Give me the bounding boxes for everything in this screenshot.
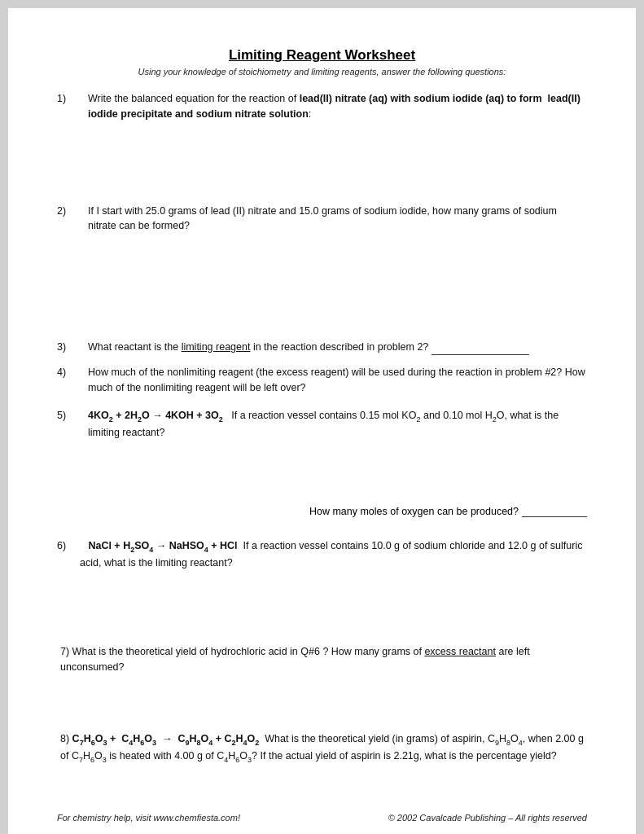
question-5: 5) 4KO2 + 2H2O → 4KOH + 3O2 If a reactio…	[57, 408, 587, 441]
q2-body: If I start with 25.0 grams of lead (II) …	[88, 204, 587, 235]
question-3: 3) What reactant is the limiting reagent…	[57, 340, 587, 355]
question-4: 4) How much of the nonlimiting reagent (…	[57, 365, 587, 396]
q3-blank	[432, 354, 529, 355]
question-7: 7) What is the theoretical yield of hydr…	[57, 644, 587, 675]
q1-body: Write the balanced equation for the reac…	[88, 91, 587, 122]
q6-equation: NaCl + H2SO4 → NaHSO4 + HCl	[88, 540, 237, 551]
question-6: 6) NaCl + H2SO4 → NaHSO4 + HCl If a reac…	[57, 538, 587, 571]
q3-underline: limiting reagent	[182, 341, 251, 353]
q7-body: 7) What is the theoretical yield of hydr…	[60, 644, 587, 675]
q8-equation: C7H6O3 + C4H6O3 → C9H8O4 + C2H4O2	[72, 733, 260, 744]
q4-body: How much of the nonlimiting reagent (the…	[88, 365, 587, 396]
q5-num: 5)	[57, 408, 88, 441]
page-title: Limiting Reagent Worksheet	[57, 47, 587, 64]
question-8: 8) C7H6O3 + C4H6O3 → C9H8O4 + C2H4O2 Wha…	[57, 731, 587, 766]
q5-body: 4KO2 + 2H2O → 4KOH + 3O2 If a reaction v…	[88, 408, 587, 441]
q3-num: 3)	[57, 340, 88, 355]
q6-body: NaCl + H2SO4 → NaHSO4 + HCl If a reactio…	[80, 538, 587, 571]
footer: For chemistry help, visit www.chemfiesta…	[8, 813, 636, 823]
q2-num: 2)	[57, 204, 88, 235]
question-2: 2) If I start with 25.0 grams of lead (I…	[57, 204, 587, 235]
footer-left: For chemistry help, visit www.chemfiesta…	[57, 813, 240, 823]
question-1: 1) Write the balanced equation for the r…	[57, 91, 587, 122]
footer-right: © 2002 Cavalcade Publishing – All rights…	[388, 813, 587, 823]
q8-body: 8) C7H6O3 + C4H6O3 → C9H8O4 + C2H4O2 Wha…	[60, 731, 587, 766]
q1-num: 1)	[57, 91, 88, 122]
q5-equation: 4KO2 + 2H2O → 4KOH + 3O2	[88, 410, 223, 421]
q7-underline: excess reactant	[424, 646, 496, 657]
oxygen-blank	[522, 506, 587, 517]
q1-bold: lead(II) nitrate (aq) with sodium iodide…	[88, 93, 580, 120]
page-subtitle: Using your knowledge of stoichiometry an…	[57, 67, 587, 77]
q3-body: What reactant is the limiting reagent in…	[88, 340, 587, 355]
oxygen-question: How many moles of oxygen can be produced…	[57, 506, 636, 517]
q6-num: 6)	[57, 538, 80, 571]
page: Limiting Reagent Worksheet Using your kn…	[8, 8, 636, 834]
q4-num: 4)	[57, 365, 88, 396]
